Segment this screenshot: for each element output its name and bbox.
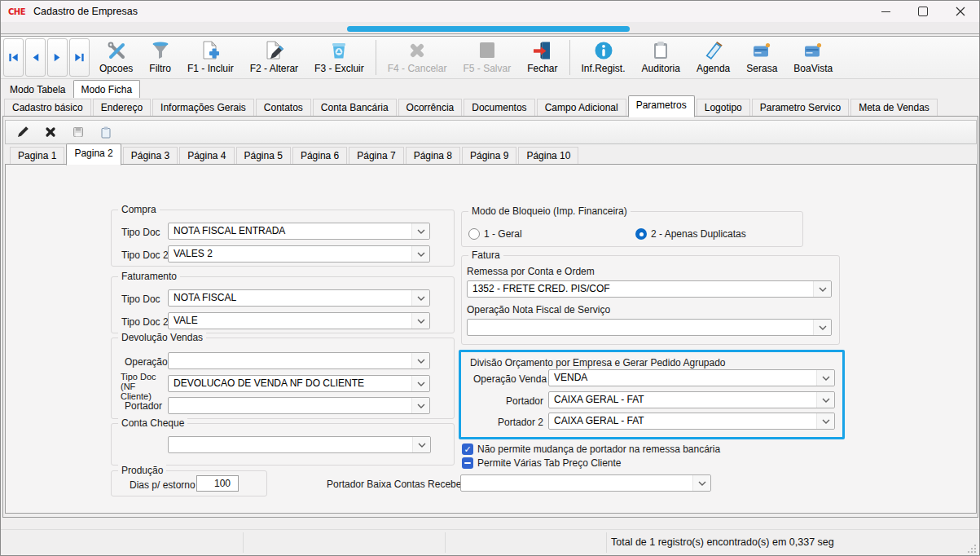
remessa-conta-ordem-combo[interactable]: 1352 - FRETE CRED. PIS/COF — [467, 280, 832, 298]
toolbar-cancelar-button: F4 - Cancelar — [380, 38, 455, 77]
toolbar-excluir-button[interactable]: F3 - Excluir — [306, 38, 372, 77]
tab-pagina-2[interactable]: Pagina 2 — [66, 143, 121, 165]
progress-strip — [1, 23, 979, 33]
nav-previous-button[interactable] — [25, 38, 46, 77]
chevron-down-icon[interactable] — [411, 376, 429, 391]
chevron-down-icon[interactable] — [816, 413, 834, 429]
tab-parametros[interactable]: Parametros — [628, 95, 695, 117]
chevron-down-icon[interactable] — [411, 246, 429, 262]
maximize-button[interactable] — [904, 1, 942, 22]
chevron-down-icon[interactable] — [411, 313, 429, 329]
tab-parametro-servico[interactable]: Parametro Servico — [752, 99, 849, 117]
compra-tipo-doc2-combo[interactable]: VALES 2 — [168, 245, 430, 263]
field-label: Portador 2 — [473, 417, 543, 428]
save-record-button[interactable] — [68, 122, 88, 142]
maximize-icon — [918, 7, 928, 16]
tab-meta-de-vendas[interactable]: Meta de Vendas — [850, 99, 938, 117]
chevron-down-icon[interactable] — [411, 223, 429, 239]
checkbox-nao-permite-mudanca[interactable]: ✓ Não permite mudança de portador na rem… — [462, 443, 720, 455]
dias-estorno-input[interactable]: 100 — [196, 475, 239, 492]
chevron-down-icon[interactable] — [412, 437, 430, 452]
paste-button[interactable] — [96, 122, 116, 142]
tab-pagina-6[interactable]: Página 6 — [292, 147, 347, 165]
operacao-venda-combo[interactable]: VENDA — [548, 369, 835, 386]
tab-pagina-10[interactable]: Página 10 — [518, 147, 578, 165]
tab-pagina-8[interactable]: Página 8 — [406, 147, 460, 165]
checkbox-permite-varias-tab[interactable]: Permite Várias Tab Preço Cliente — [462, 457, 622, 469]
faturamento-tipo-doc2-combo[interactable]: VALE — [168, 312, 430, 329]
statusbar-divider — [243, 532, 244, 553]
tab-ocorrencia[interactable]: Ocorrência — [398, 99, 463, 117]
devolucao-portador-combo[interactable] — [168, 397, 430, 414]
toolbar-boavista-button[interactable]: BoaVista — [785, 38, 841, 77]
toolbar-button-label: Fechar — [527, 63, 557, 74]
chevron-down-icon[interactable] — [411, 353, 429, 368]
cancel-x-icon — [45, 126, 56, 138]
toolbar-separator — [376, 40, 376, 75]
chevron-down-icon[interactable] — [692, 475, 710, 491]
tab-modo-ficha[interactable]: Modo Ficha — [73, 80, 141, 98]
record-count-status: Total de 1 registro(s) encontrado(s) em … — [611, 536, 834, 548]
toolbar-filtro-button[interactable]: Filtro — [141, 38, 179, 77]
combo-value: 1352 - FRETE CRED. PIS/COF — [468, 281, 813, 297]
resize-grip-icon[interactable] — [967, 544, 977, 554]
toolbar-opcoes-button[interactable]: Opcoes — [91, 38, 141, 77]
tab-pagina-1[interactable]: Pagina 1 — [10, 147, 64, 165]
chevron-down-icon[interactable] — [816, 370, 834, 386]
toolbar-incluir-button[interactable]: F1 - Incluir — [179, 38, 242, 77]
chevron-down-icon[interactable] — [411, 398, 429, 413]
group-title: Produção — [118, 465, 166, 476]
toolbar-fechar-button[interactable]: Fechar — [519, 38, 565, 77]
radio-geral[interactable]: 1 - Geral — [468, 228, 522, 240]
trash-icon — [328, 40, 349, 61]
tab-pagina-5[interactable]: Página 5 — [236, 147, 291, 165]
devolucao-operacao-combo[interactable] — [168, 352, 430, 369]
chevron-down-icon[interactable] — [813, 281, 831, 297]
divisao-portador2-combo[interactable]: CAIXA GERAL - FAT — [548, 413, 835, 430]
tab-pagina-3[interactable]: Página 3 — [123, 147, 178, 165]
toolbar-inf-regist-button[interactable]: Inf.Regist. — [573, 38, 634, 77]
faturamento-tipo-doc-combo[interactable]: NOTA FISCAL — [168, 289, 430, 307]
conta-cheque-combo[interactable] — [168, 436, 431, 453]
chevron-down-icon[interactable] — [813, 320, 831, 335]
tab-conta-bancaria[interactable]: Conta Bancária — [313, 99, 397, 117]
tab-cadastro-basico[interactable]: Cadastro básico — [4, 99, 91, 117]
combo-value: VALES 2 — [169, 246, 411, 262]
tab-contatos[interactable]: Contatos — [256, 99, 311, 117]
divisao-portador-combo[interactable]: CAIXA GERAL - FAT — [548, 391, 835, 408]
devolucao-tipo-doc-combo[interactable]: DEVOLUCAO DE VENDA NF DO CLIENTE — [168, 375, 430, 392]
save-icon — [477, 40, 498, 61]
last-record-icon — [73, 51, 86, 64]
tab-pagina-7[interactable]: Página 7 — [349, 147, 403, 165]
tab-pagina-9[interactable]: Página 9 — [462, 147, 516, 165]
compra-tipo-doc-combo[interactable]: NOTA FISCAL ENTRADA — [168, 223, 430, 240]
nav-last-button[interactable] — [69, 38, 90, 77]
minimize-button[interactable] — [867, 1, 904, 22]
toolbar-auditoria-button[interactable]: Auditoria — [634, 38, 688, 77]
chevron-down-icon[interactable] — [816, 392, 834, 408]
close-button[interactable] — [942, 1, 979, 22]
combo-value: CAIXA GERAL - FAT — [549, 413, 816, 429]
field-label: Tipo Doc 2 — [121, 249, 169, 261]
chevron-down-icon[interactable] — [411, 290, 429, 306]
tab-campo-adicional[interactable]: Campo Adicional — [537, 99, 626, 117]
nav-next-button[interactable] — [47, 38, 68, 77]
tab-modo-tabela[interactable]: Modo Tabela — [2, 82, 73, 98]
radio-apenas-duplicatas[interactable]: 2 - Apenas Duplicatas — [635, 228, 746, 240]
toolbar-agenda-button[interactable]: Agenda — [688, 38, 738, 77]
first-record-icon — [7, 51, 20, 64]
nav-first-button[interactable] — [3, 38, 24, 77]
tab-endereco[interactable]: Endereço — [93, 99, 151, 117]
edit-record-button[interactable] — [13, 122, 33, 142]
toolbar-serasa-button[interactable]: Serasa — [738, 38, 785, 77]
toolbar-button-label: F1 - Incluir — [187, 63, 234, 74]
delete-record-button[interactable] — [41, 122, 60, 142]
toolbar-alterar-button[interactable]: F2 - Alterar — [242, 38, 306, 77]
tab-informacoes-gerais[interactable]: Informações Gerais — [152, 99, 254, 117]
operacao-nf-servico-combo[interactable] — [467, 319, 832, 336]
toolbar-button-label: Filtro — [149, 63, 171, 74]
portador-baixa-combo[interactable] — [460, 474, 711, 492]
tab-logotipo[interactable]: Logotipo — [697, 99, 750, 117]
tab-documentos[interactable]: Documentos — [464, 99, 534, 117]
tab-pagina-4[interactable]: Página 4 — [179, 147, 234, 165]
